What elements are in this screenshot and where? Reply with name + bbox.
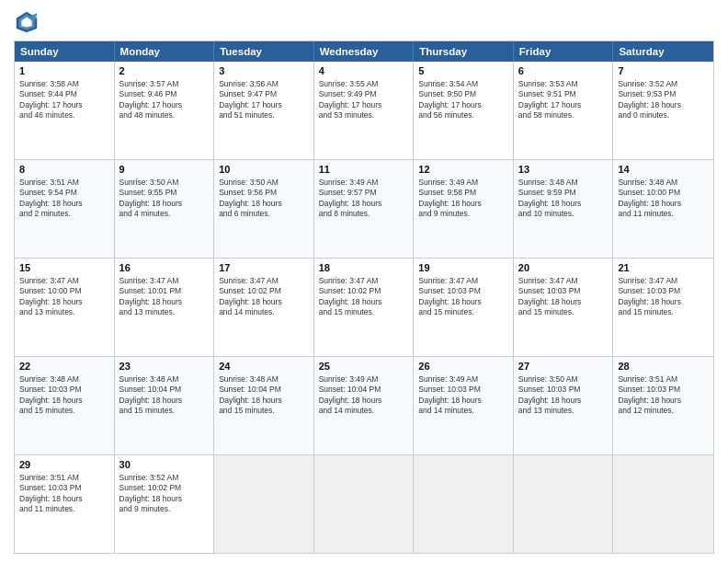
calendar-cell: 24Sunrise: 3:48 AMSunset: 10:04 PMDaylig…: [214, 357, 314, 454]
calendar-row: 29Sunrise: 3:51 AMSunset: 10:03 PMDaylig…: [15, 454, 713, 553]
calendar-cell: 8Sunrise: 3:51 AMSunset: 9:54 PMDaylight…: [15, 160, 115, 258]
calendar-header-cell: Saturday: [613, 41, 713, 62]
calendar-header-cell: Friday: [514, 41, 614, 62]
calendar-cell: 4Sunrise: 3:55 AMSunset: 9:49 PMDaylight…: [314, 62, 415, 159]
calendar-cell: 18Sunrise: 3:47 AMSunset: 10:02 PMDaylig…: [314, 259, 415, 356]
calendar-cell: 15Sunrise: 3:47 AMSunset: 10:00 PMDaylig…: [15, 259, 115, 356]
calendar-cell: 25Sunrise: 3:49 AMSunset: 10:04 PMDaylig…: [314, 357, 415, 454]
calendar-cell: [314, 455, 415, 553]
calendar-cell: 17Sunrise: 3:47 AMSunset: 10:02 PMDaylig…: [214, 259, 314, 356]
header: [14, 9, 714, 35]
calendar-cell: 20Sunrise: 3:47 AMSunset: 10:03 PMDaylig…: [514, 259, 614, 356]
calendar-cell: 2Sunrise: 3:57 AMSunset: 9:46 PMDaylight…: [115, 62, 215, 159]
calendar-cell: 22Sunrise: 3:48 AMSunset: 10:03 PMDaylig…: [15, 357, 115, 454]
calendar-body: 1Sunrise: 3:58 AMSunset: 9:44 PMDaylight…: [15, 62, 713, 553]
calendar-cell: 3Sunrise: 3:56 AMSunset: 9:47 PMDaylight…: [214, 62, 314, 159]
calendar-cell: 16Sunrise: 3:47 AMSunset: 10:01 PMDaylig…: [115, 259, 215, 356]
calendar-cell: [414, 455, 514, 553]
calendar-row: 22Sunrise: 3:48 AMSunset: 10:03 PMDaylig…: [15, 356, 713, 454]
calendar-cell: 29Sunrise: 3:51 AMSunset: 10:03 PMDaylig…: [15, 455, 115, 553]
calendar-cell: [613, 455, 713, 553]
calendar-cell: 13Sunrise: 3:48 AMSunset: 9:59 PMDayligh…: [514, 160, 614, 258]
calendar-header: SundayMondayTuesdayWednesdayThursdayFrid…: [15, 41, 713, 62]
calendar-cell: 6Sunrise: 3:53 AMSunset: 9:51 PMDaylight…: [514, 62, 614, 159]
calendar-cell: 30Sunrise: 3:52 AMSunset: 10:02 PMDaylig…: [115, 455, 215, 553]
calendar-cell: 1Sunrise: 3:58 AMSunset: 9:44 PMDaylight…: [15, 62, 115, 159]
page: SundayMondayTuesdayWednesdayThursdayFrid…: [0, 0, 728, 563]
calendar-row: 1Sunrise: 3:58 AMSunset: 9:44 PMDaylight…: [15, 62, 713, 159]
calendar-row: 8Sunrise: 3:51 AMSunset: 9:54 PMDaylight…: [15, 159, 713, 258]
calendar-cell: 11Sunrise: 3:49 AMSunset: 9:57 PMDayligh…: [314, 160, 415, 258]
calendar-cell: 12Sunrise: 3:49 AMSunset: 9:58 PMDayligh…: [414, 160, 514, 258]
calendar-cell: 9Sunrise: 3:50 AMSunset: 9:55 PMDaylight…: [115, 160, 215, 258]
calendar-cell: 14Sunrise: 3:48 AMSunset: 10:00 PMDaylig…: [613, 160, 713, 258]
calendar-cell: [514, 455, 614, 553]
calendar-cell: 26Sunrise: 3:49 AMSunset: 10:03 PMDaylig…: [414, 357, 514, 454]
calendar: SundayMondayTuesdayWednesdayThursdayFrid…: [14, 40, 714, 554]
calendar-cell: 5Sunrise: 3:54 AMSunset: 9:50 PMDaylight…: [414, 62, 514, 159]
calendar-cell: 23Sunrise: 3:48 AMSunset: 10:04 PMDaylig…: [115, 357, 215, 454]
calendar-row: 15Sunrise: 3:47 AMSunset: 10:00 PMDaylig…: [15, 258, 713, 356]
calendar-cell: 27Sunrise: 3:50 AMSunset: 10:03 PMDaylig…: [514, 357, 614, 454]
calendar-header-cell: Tuesday: [214, 41, 314, 62]
logo: [14, 9, 43, 35]
calendar-cell: 28Sunrise: 3:51 AMSunset: 10:03 PMDaylig…: [613, 357, 713, 454]
calendar-header-cell: Thursday: [414, 41, 514, 62]
calendar-cell: 19Sunrise: 3:47 AMSunset: 10:03 PMDaylig…: [414, 259, 514, 356]
calendar-header-cell: Wednesday: [314, 41, 415, 62]
calendar-header-cell: Sunday: [15, 41, 115, 62]
calendar-cell: 21Sunrise: 3:47 AMSunset: 10:03 PMDaylig…: [613, 259, 713, 356]
logo-icon: [14, 9, 40, 35]
calendar-cell: 10Sunrise: 3:50 AMSunset: 9:56 PMDayligh…: [214, 160, 314, 258]
calendar-cell: 7Sunrise: 3:52 AMSunset: 9:53 PMDaylight…: [613, 62, 713, 159]
calendar-cell: [214, 455, 314, 553]
calendar-header-cell: Monday: [115, 41, 215, 62]
